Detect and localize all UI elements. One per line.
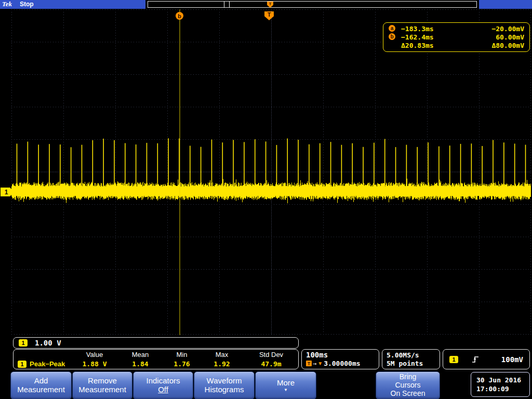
acquisition-status: Stop <box>20 1 34 8</box>
cursor-b-voltage: 60.00mV <box>459 33 524 41</box>
date-text: 30 Jun 2016 <box>476 376 529 384</box>
more-label: More <box>277 379 295 388</box>
measurement-header-value: Value <box>72 351 117 358</box>
measurement-header-max: Max <box>201 351 243 358</box>
top-bar: Tek Stop T <box>0 0 532 9</box>
trigger-panel: 1 100mV <box>443 349 530 369</box>
measurement-value: 1.88 V <box>72 360 117 368</box>
rising-edge-icon <box>472 355 479 364</box>
bring-cursors-button[interactable]: Bring Cursors On Screen <box>376 371 440 399</box>
horizontal-delay: 3.00000ms <box>324 360 360 367</box>
record-trigger-marker[interactable]: T <box>267 2 273 8</box>
waveform-histograms-label: Waveform Histograms <box>205 377 244 394</box>
graticule-canvas <box>11 9 531 335</box>
measurement-channel-badge: 1 <box>18 361 26 368</box>
cursor-delta-time: Δ20.83ms <box>401 42 459 49</box>
remove-measurement-button[interactable]: Remove Measurement <box>72 371 132 399</box>
arrow-right-icon: → <box>313 360 316 367</box>
measurement-min: 1.76 <box>163 360 201 368</box>
acquisition-panel: 5.00MS/s 5M points <box>382 349 440 369</box>
horizontal-scale: 100ms <box>306 351 379 359</box>
measurement-panel: Value Mean Min Max Std Dev 1 Peak−Peak 1… <box>13 349 299 369</box>
channel-scale-panel: 1 1.00 V <box>13 337 299 349</box>
cursor-b-badge: b <box>389 33 395 40</box>
indicators-label: Indicators <box>146 377 180 385</box>
tek-logo: Tek <box>2 0 12 8</box>
record-view-bar: T <box>148 1 477 8</box>
cursor-delta-voltage: Δ80.00mV <box>459 42 524 49</box>
datetime-panel: 30 Jun 2016 17:00:09 <box>471 372 530 397</box>
record-length: 5M points <box>387 360 440 368</box>
channel-1-scale: 1.00 V <box>35 339 61 347</box>
measurement-header-min: Min <box>163 351 201 358</box>
record-cursor-a-tick <box>224 2 224 7</box>
add-measurement-button[interactable]: Add Measurement <box>10 371 72 399</box>
cursor-a-time: −183.3ms <box>401 25 459 33</box>
record-view-chip: T <box>145 0 479 9</box>
sample-rate: 5.00MS/s <box>387 351 440 360</box>
indicators-value: Off <box>158 385 168 394</box>
trigger-level: 100mV <box>501 355 523 364</box>
measurement-header-stddev: Std Dev <box>243 351 299 358</box>
more-button[interactable]: More ▼ <box>255 371 316 399</box>
trigger-t-icon: T <box>306 361 312 366</box>
cursor-a-badge: a <box>389 25 395 32</box>
measurement-stddev: 47.9m <box>243 360 299 368</box>
add-measurement-label: Add Measurement <box>17 377 65 394</box>
horizontal-panel: 100ms T → ▼ 3.00000ms <box>301 349 379 369</box>
cursor-readout-panel: a −183.3ms −20.00mV b −162.4ms 60.00mV Δ… <box>383 22 530 52</box>
trigger-source-badge: 1 <box>449 356 458 363</box>
indicators-button[interactable]: Indicators Off <box>133 371 193 399</box>
measurement-mean: 1.84 <box>117 360 163 368</box>
measurement-name: Peak−Peak <box>30 360 65 368</box>
cursor-b-marker[interactable]: b <box>176 12 183 20</box>
cursor-delta-spacer <box>389 42 401 49</box>
remove-measurement-label: Remove Measurement <box>78 377 126 394</box>
cursor-a-voltage: −20.00mV <box>459 25 524 33</box>
channel-1-badge: 1 <box>19 339 28 347</box>
waveform-histograms-button[interactable]: Waveform Histograms <box>194 371 255 399</box>
triangle-down-icon: ▼ <box>317 361 323 366</box>
measurement-row-name: 1 Peak−Peak <box>14 360 72 368</box>
bring-cursors-label: Bring Cursors On Screen <box>391 373 425 397</box>
measurement-header-mean: Mean <box>117 351 163 358</box>
measurement-max: 1.92 <box>201 360 243 368</box>
time-text: 17:00:09 <box>476 384 529 393</box>
oscilloscope-screen: Tek Stop T b T 1 a −183.3ms −20.00mV b −… <box>0 0 532 399</box>
cursor-b-time: −162.4ms <box>401 33 459 41</box>
record-cursor-b-tick <box>229 2 230 7</box>
more-arrow-icon: ▼ <box>284 388 288 392</box>
